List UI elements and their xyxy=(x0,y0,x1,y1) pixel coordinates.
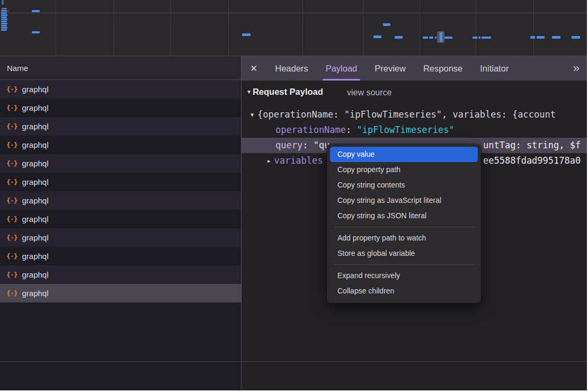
details-tab-bar: ✕ HeadersPayloadPreviewResponseInitiator… xyxy=(242,56,587,81)
request-row[interactable]: {·}graphql xyxy=(0,117,241,136)
request-name-label: graphql xyxy=(22,252,48,261)
expanded-triangle-icon: ▼ xyxy=(251,107,254,122)
close-icon[interactable]: ✕ xyxy=(250,63,257,74)
property-preview-right-fragment: ee5588fdad995178a0 xyxy=(483,153,581,168)
tab-payload[interactable]: Payload xyxy=(326,56,358,81)
request-timing-bar xyxy=(1,14,7,16)
colon: : xyxy=(302,140,313,150)
request-row[interactable]: {·}graphql xyxy=(0,210,241,228)
json-braces-icon: {·} xyxy=(6,289,17,297)
request-timing-bar xyxy=(429,37,433,39)
json-braces-icon: {·} xyxy=(6,234,17,242)
request-timing-bar xyxy=(1,10,7,12)
name-column-header[interactable]: Name xyxy=(0,56,241,80)
request-timing-bar xyxy=(1,25,7,26)
request-timing-bar xyxy=(537,36,545,39)
request-row[interactable]: {·}graphql xyxy=(0,154,241,173)
request-name-label: graphql xyxy=(22,140,48,149)
request-name-label: graphql xyxy=(22,159,48,168)
json-braces-icon: {·} xyxy=(6,85,17,93)
request-timing-bar xyxy=(1,29,7,31)
request-row[interactable]: {·}graphql xyxy=(0,247,241,265)
overview-gridline xyxy=(420,0,420,56)
request-payload-section-toggle[interactable]: ▼ Request Payload xyxy=(246,87,323,97)
overview-gridline xyxy=(476,0,476,56)
overview-gridline xyxy=(171,0,171,56)
request-name-label: graphql xyxy=(22,103,48,112)
overview-gridline xyxy=(533,0,534,56)
requests-panel: Name {·}graphql{·}graphql{·}graphql{·}gr… xyxy=(0,56,241,390)
json-braces-icon: {·} xyxy=(6,141,17,149)
section-expanded-triangle-icon: ▼ xyxy=(246,89,252,95)
json-braces-icon: {·} xyxy=(6,122,17,130)
request-row[interactable]: {·}graphql xyxy=(0,99,241,117)
request-row[interactable]: {·}graphql xyxy=(0,265,241,284)
request-row[interactable]: {·}graphql xyxy=(0,191,241,210)
request-timing-bar xyxy=(1,12,7,14)
tab-headers[interactable]: Headers xyxy=(275,56,308,81)
menu-separator xyxy=(333,227,475,227)
request-name-label: graphql xyxy=(22,85,48,94)
json-braces-icon: {·} xyxy=(6,215,17,223)
overview-selection-marker-bar xyxy=(440,32,442,42)
request-timing-bar xyxy=(7,11,8,12)
request-row-selected[interactable]: {·}graphql xyxy=(0,284,241,302)
request-timing-bar xyxy=(552,36,560,39)
request-timing-bar xyxy=(32,31,40,33)
property-value-string: "ipFlowTimeseries" xyxy=(357,124,455,135)
request-name-label: graphql xyxy=(22,233,48,242)
request-row[interactable]: {·}graphql xyxy=(0,228,241,247)
request-name-label: graphql xyxy=(22,270,48,279)
property-key: query xyxy=(275,140,302,150)
json-braces-icon: {·} xyxy=(6,197,17,204)
request-row[interactable]: {·}graphql xyxy=(0,80,241,99)
network-overview-timeline[interactable] xyxy=(0,0,587,56)
request-timing-bar xyxy=(32,10,40,12)
colon: : xyxy=(346,124,357,135)
json-braces-icon: {·} xyxy=(6,271,17,279)
request-timing-bar xyxy=(1,23,7,24)
request-timing-bar xyxy=(473,37,477,39)
request-timing-bar xyxy=(395,36,403,39)
request-name-label: graphql xyxy=(22,289,48,298)
overview-gridline xyxy=(228,0,229,56)
menu-item-expand-recursively[interactable]: Expand recursively xyxy=(330,268,478,283)
menu-item-copy-string-contents[interactable]: Copy string contents xyxy=(330,177,478,193)
view-source-link[interactable]: view source xyxy=(347,88,391,97)
request-name-label: graphql xyxy=(22,196,48,205)
collapsed-triangle-icon: ▶ xyxy=(268,154,270,168)
request-name-label: graphql xyxy=(22,215,48,224)
menu-item-copy-value[interactable]: Copy value xyxy=(330,147,478,162)
overview-gridline xyxy=(363,0,363,56)
menu-item-add-property-path-to-watch[interactable]: Add property path to watch xyxy=(330,230,478,246)
tab-preview[interactable]: Preview xyxy=(375,56,406,81)
request-timing-bar xyxy=(572,36,580,39)
request-timing-bar xyxy=(478,37,480,39)
menu-separator xyxy=(333,264,475,265)
request-row[interactable]: {·}graphql xyxy=(0,136,241,154)
request-name-label: graphql xyxy=(22,122,48,131)
json-braces-icon: {·} xyxy=(6,252,17,260)
json-braces-icon: {·} xyxy=(6,178,17,186)
request-name-label: graphql xyxy=(22,177,48,186)
request-timing-bar xyxy=(1,16,7,18)
tab-response[interactable]: Response xyxy=(423,56,462,81)
menu-item-copy-string-as-javascript-literal[interactable]: Copy string as JavaScript literal xyxy=(330,193,478,208)
menu-item-collapse-children[interactable]: Collapse children xyxy=(330,283,478,299)
panel-footer-divider xyxy=(0,361,587,362)
tree-row-operationName[interactable]: operationName: "ipFlowTimeseries" xyxy=(242,122,587,138)
menu-item-copy-property-path[interactable]: Copy property path xyxy=(330,162,478,177)
more-tabs-icon[interactable]: » xyxy=(573,56,580,81)
request-timing-bar xyxy=(435,37,436,39)
property-key: variables xyxy=(274,155,323,166)
menu-item-copy-string-as-json-literal[interactable]: Copy string as JSON literal xyxy=(330,208,478,224)
tree-row-root[interactable]: ▼{operationName: "ipFlowTimeseries", var… xyxy=(242,107,587,122)
request-timing-bar xyxy=(373,35,381,38)
overview-gridline xyxy=(302,0,303,56)
request-timing-bar xyxy=(1,19,7,20)
menu-item-store-as-global-variable[interactable]: Store as global variable xyxy=(330,246,478,261)
tab-initiator[interactable]: Initiator xyxy=(480,56,509,81)
request-timing-bar xyxy=(2,8,7,10)
root-preview-text: {operationName: "ipFlowTimeseries", vari… xyxy=(257,109,556,120)
request-row[interactable]: {·}graphql xyxy=(0,173,241,191)
